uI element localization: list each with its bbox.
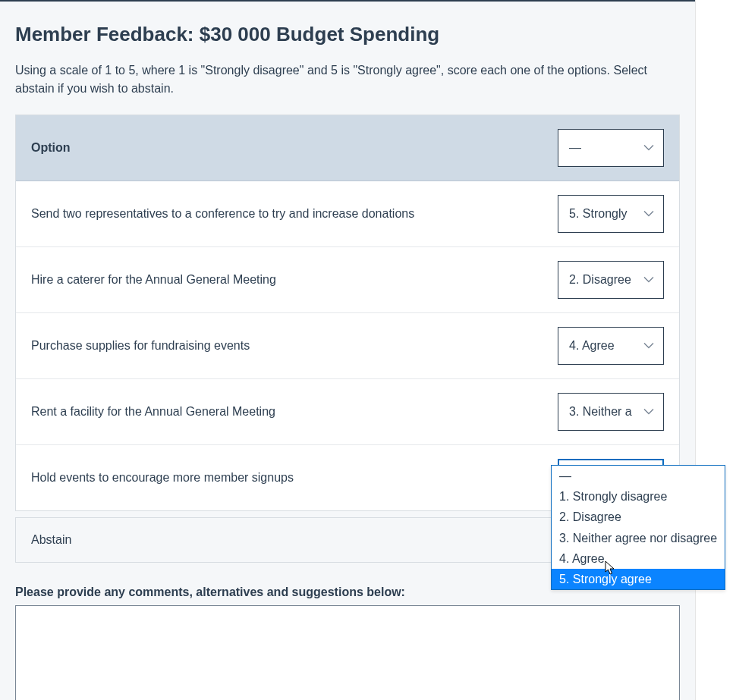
page-title: Member Feedback: $30 000 Budget Spending <box>15 23 680 46</box>
bulk-score-value: — <box>569 141 581 155</box>
instructions-text: Using a scale of 1 to 5, where 1 is "Str… <box>15 61 680 98</box>
dropdown-option[interactable]: 3. Neither agree nor disagree <box>552 528 725 548</box>
comments-section: Please provide any comments, alternative… <box>15 585 680 700</box>
option-label: Rent a facility for the Annual General M… <box>31 405 558 419</box>
options-grid: Option — Send two representatives to a c… <box>15 115 680 511</box>
score-value: 5. Strongly <box>569 207 627 221</box>
header-option-label: Option <box>31 141 558 155</box>
dropdown-option[interactable]: 4. Agree <box>552 548 725 569</box>
bulk-score-select[interactable]: — <box>558 129 664 167</box>
chevron-down-icon <box>643 343 654 350</box>
score-select[interactable]: 3. Neither a <box>558 393 664 431</box>
grid-header-row: Option — <box>16 115 679 181</box>
score-select[interactable]: 5. Strongly <box>558 195 664 233</box>
option-row: Send two representatives to a conference… <box>16 181 679 247</box>
score-select[interactable]: 4. Agree <box>558 327 664 365</box>
option-label: Purchase supplies for fundraising events <box>31 339 558 353</box>
chevron-down-icon <box>643 277 654 284</box>
option-row: Rent a facility for the Annual General M… <box>16 379 679 445</box>
comments-textarea[interactable] <box>15 605 680 700</box>
chevron-down-icon <box>643 211 654 218</box>
option-label: Hire a caterer for the Annual General Me… <box>31 273 558 287</box>
dropdown-option[interactable]: 1. Strongly disagree <box>552 486 725 507</box>
option-label: Hold events to encourage more member sig… <box>31 471 558 485</box>
dropdown-option[interactable]: — <box>552 466 725 486</box>
chevron-down-icon <box>643 409 654 416</box>
chevron-down-icon <box>643 145 654 152</box>
score-dropdown[interactable]: — 1. Strongly disagree 2. Disagree 3. Ne… <box>551 465 725 590</box>
score-value: 2. Disagree <box>569 273 631 287</box>
score-value: 3. Neither a <box>569 405 632 419</box>
option-label: Send two representatives to a conference… <box>31 207 558 221</box>
option-row: Hire a caterer for the Annual General Me… <box>16 247 679 313</box>
score-select[interactable]: 2. Disagree <box>558 261 664 299</box>
dropdown-option[interactable]: 2. Disagree <box>552 507 725 527</box>
dropdown-option[interactable]: 5. Strongly agree <box>552 569 725 589</box>
option-row: Purchase supplies for fundraising events… <box>16 313 679 379</box>
score-value: 4. Agree <box>569 339 615 353</box>
